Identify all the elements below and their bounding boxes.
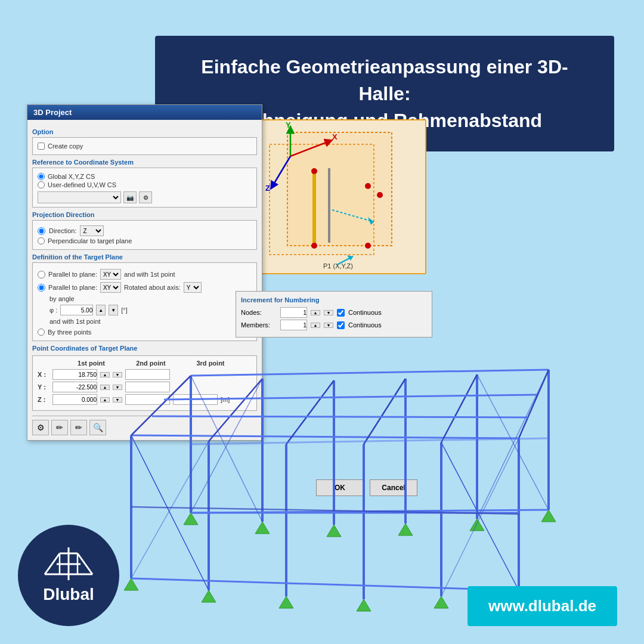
user-cs-radio[interactable] [38,181,45,188]
svg-marker-23 [279,596,293,608]
direction-label: Direction: [49,227,76,234]
user-cs-label: User-defined U,V,W CS [48,181,116,188]
dlubal-logo-symbol [42,547,95,580]
global-cs-radio[interactable] [38,173,45,180]
user-cs-row: User-defined U,V,W CS [38,181,252,188]
svg-line-59 [131,441,209,578]
parallel1-radio[interactable] [38,271,45,278]
perpendicular-label: Perpendicular to target plane [48,237,132,244]
direction-row: Direction: ZXY [38,225,252,236]
svg-line-51 [441,374,477,442]
option-section-label: Option [32,128,257,135]
three-points-radio[interactable] [38,329,45,336]
create-copy-label: Create copy [48,143,83,150]
logo-area: Dlubal [18,525,119,626]
ref-coord-section: Global X,Y,Z CS User-defined U,V,W CS 📷 … [32,168,257,208]
structure-visualization: .beam { stroke: #5577ee; stroke-width: 3… [60,286,626,614]
svg-marker-24 [357,599,371,611]
ref-coord-label: Reference to Coordinate System [32,159,257,166]
option-section: Create copy [32,137,257,155]
perpendicular-radio[interactable] [38,237,45,244]
dialog-title: 3D Project [33,108,72,117]
cs-dropdown[interactable] [38,191,121,203]
svg-marker-25 [434,596,448,608]
parallel2-radio[interactable] [38,284,45,292]
parallel-plane1-label: Parallel to plane: [48,271,97,278]
svg-line-54 [131,578,519,590]
logo-text: Dlubal [43,585,94,604]
cs-dropdown-row: 📷 ⚙ [38,191,252,203]
dialog-titlebar: 3D Project [27,105,262,120]
svg-line-48 [209,379,262,441]
y-label: Y : [38,383,49,391]
svg-line-47 [131,376,191,435]
svg-text:P1 (X,Y,Z): P1 (X,Y,Z) [323,262,353,270]
svg-point-11 [311,168,317,174]
svg-point-14 [365,243,371,249]
direction-select[interactable]: ZXY [80,225,104,236]
svg-line-65 [477,370,549,519]
svg-point-12 [311,243,317,249]
website-url: www.dlubal.de [488,597,596,615]
global-cs-label: Global X,Y,Z CS [48,173,95,180]
svg-line-57 [164,395,537,400]
plane-select-1[interactable]: XY [100,269,121,280]
svg-point-15 [377,192,383,198]
svg-line-46 [131,435,519,438]
svg-marker-22 [202,590,216,602]
global-cs-row: Global X,Y,Z CS [38,173,252,180]
cs-btn-1[interactable]: 📷 [123,191,137,203]
svg-marker-27 [184,513,198,525]
projection-label: Projection Direction [32,211,257,218]
tool-btn-1[interactable]: ⚙ [32,420,49,435]
perpendicular-row: Perpendicular to target plane [38,237,252,244]
svg-text:X: X [332,132,338,141]
svg-marker-29 [327,525,341,537]
svg-line-50 [364,379,405,444]
projection-section: Direction: ZXY Perpendicular to target p… [32,220,257,250]
svg-rect-2 [270,144,374,255]
create-copy-row: Create copy [38,143,252,150]
create-copy-checkbox[interactable] [38,143,45,150]
and-with-1st-label: and with 1st point [124,271,175,278]
parallel-plane1-row: Parallel to plane: XY and with 1st point [38,269,252,280]
svg-marker-30 [398,524,413,535]
svg-line-56 [152,416,528,417]
svg-line-67 [191,438,549,444]
svg-text:Z: Z [265,184,270,193]
svg-marker-32 [541,510,556,522]
svg-text:Y: Y [286,120,291,129]
website-badge: www.dlubal.de [467,586,617,626]
cs-btn-2[interactable]: ⚙ [139,191,152,203]
target-plane-label: Definition of the Target Plane [32,253,257,261]
svg-line-61 [441,438,519,596]
svg-marker-28 [255,522,270,534]
viz-area: X Y Z P1 (X,Y,Z) [236,119,426,274]
svg-line-49 [286,380,334,444]
z-label: Z : [38,396,49,403]
phi-label: φ : [49,306,57,314]
svg-point-13 [365,183,371,189]
svg-line-45 [191,370,549,376]
svg-marker-21 [124,578,138,590]
direction-radio[interactable] [38,227,45,235]
x-label: X : [38,371,49,378]
